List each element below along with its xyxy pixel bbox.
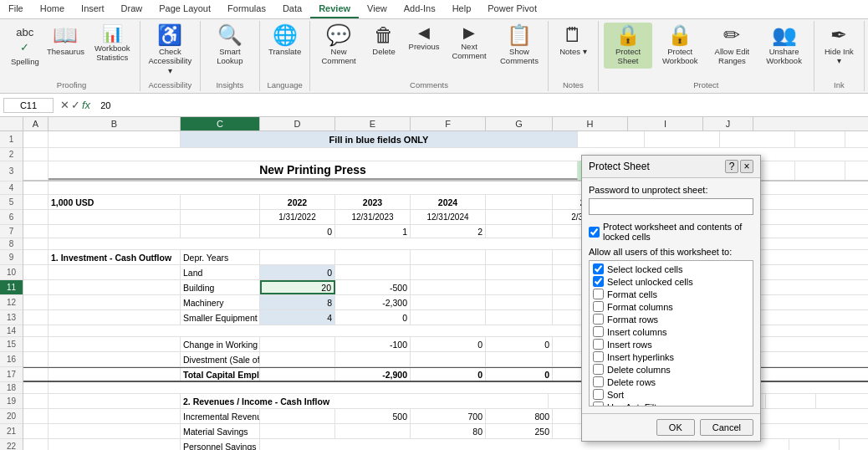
perm-insert-rows: Insert rows <box>591 338 751 350</box>
dialog-help-button[interactable]: ? <box>725 160 738 173</box>
perm-sort-label: Sort <box>607 390 624 400</box>
perm-delete-columns: Delete columns <box>591 363 751 376</box>
dialog-titlebar: Protect Sheet ? × <box>582 156 760 178</box>
perm-format-rows-label: Format rows <box>607 314 658 325</box>
perm-format-cells: Format cells <box>591 288 751 300</box>
password-label: Password to unprotect sheet: <box>589 185 753 195</box>
perm-select-unlocked-label: Select unlocked cells <box>607 277 693 287</box>
perm-insert-rows-checkbox[interactable] <box>593 339 604 350</box>
dialog-buttons: OK Cancel <box>582 413 760 441</box>
perm-delete-columns-label: Delete columns <box>607 365 671 375</box>
perm-select-unlocked-checkbox[interactable] <box>593 276 604 287</box>
dialog-title-buttons: ? × <box>725 160 753 173</box>
perm-select-locked-label: Select locked cells <box>607 264 683 274</box>
perm-insert-rows-label: Insert rows <box>607 340 652 350</box>
perm-format-cells-label: Format cells <box>607 289 657 299</box>
perm-sort-checkbox[interactable] <box>593 389 604 400</box>
protect-sheet-dialog: Protect Sheet ? × Password to unprotect … <box>581 155 761 442</box>
perm-format-columns-label: Format columns <box>607 302 673 312</box>
perm-select-locked-checkbox[interactable] <box>593 263 604 274</box>
perm-select-unlocked: Select unlocked cells <box>591 275 751 288</box>
perm-format-rows-checkbox[interactable] <box>593 314 604 325</box>
protect-worksheet-checkbox[interactable] <box>589 227 600 238</box>
dialog-overlay: Protect Sheet ? × Password to unprotect … <box>0 0 868 450</box>
perm-insert-hyperlinks-checkbox[interactable] <box>593 351 604 362</box>
perm-autofilter-checkbox[interactable] <box>593 401 604 407</box>
perm-delete-rows-label: Delete rows <box>607 377 656 387</box>
perm-insert-columns-checkbox[interactable] <box>593 326 604 337</box>
perm-format-rows: Format rows <box>591 313 751 325</box>
perm-insert-hyperlinks-label: Insert hyperlinks <box>607 352 674 362</box>
perm-delete-rows: Delete rows <box>591 376 751 388</box>
permissions-list[interactable]: Select locked cells Select unlocked cell… <box>589 260 753 407</box>
protect-worksheet-label: Protect worksheet and contents of locked… <box>603 222 753 242</box>
perm-autofilter-label: Use AutoFilter <box>607 402 665 407</box>
dialog-body: Password to unprotect sheet: Protect wor… <box>582 178 760 413</box>
perm-format-columns: Format columns <box>591 300 751 313</box>
dialog-close-button[interactable]: × <box>740 160 753 173</box>
perm-insert-hyperlinks: Insert hyperlinks <box>591 350 751 363</box>
perm-autofilter: Use AutoFilter <box>591 401 751 407</box>
perm-format-columns-checkbox[interactable] <box>593 301 604 312</box>
perm-delete-columns-checkbox[interactable] <box>593 364 604 375</box>
perm-delete-rows-checkbox[interactable] <box>593 376 604 387</box>
dialog-ok-button[interactable]: OK <box>656 419 695 436</box>
perm-sort: Sort <box>591 388 751 401</box>
password-input[interactable] <box>589 198 753 215</box>
dialog-title-text: Protect Sheet <box>589 161 650 172</box>
perm-select-locked: Select locked cells <box>591 263 751 275</box>
perm-format-cells-checkbox[interactable] <box>593 289 604 299</box>
perm-insert-columns: Insert columns <box>591 325 751 338</box>
protect-checkbox-row: Protect worksheet and contents of locked… <box>589 222 753 242</box>
perm-insert-columns-label: Insert columns <box>607 327 667 337</box>
dialog-cancel-button[interactable]: Cancel <box>700 419 753 436</box>
allow-label: Allow all users of this worksheet to: <box>589 247 753 257</box>
